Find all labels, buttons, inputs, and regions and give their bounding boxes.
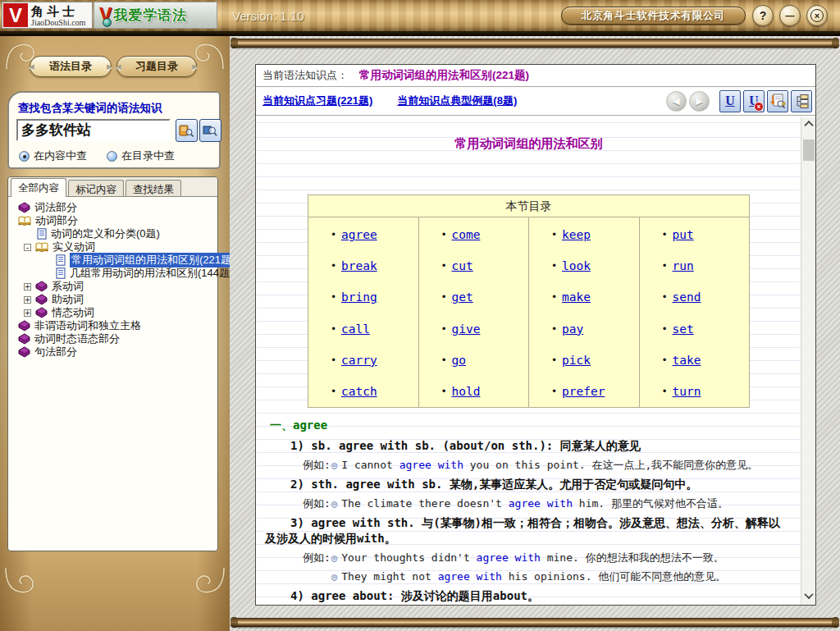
tab-查找结果[interactable]: 查找结果 <box>126 180 181 196</box>
toc-column: •come•cut•get•give•go•hold <box>418 217 529 407</box>
verb-link[interactable]: go <box>452 354 466 367</box>
example-label: 例如: <box>303 458 331 472</box>
toc-table: 本节目录 •agree•break•bring•call•carry•catch… <box>308 194 750 408</box>
close-button[interactable]: × <box>806 5 828 26</box>
tree-item[interactable]: -实义动词 <box>11 240 217 254</box>
example-line: 例如:◎Your thoughts didn't agree with mine… <box>257 551 801 565</box>
doc-search-button[interactable] <box>767 90 788 112</box>
help-icon: ? <box>760 9 767 22</box>
typical-examples-link[interactable]: 当前知识点典型例题(8题) <box>397 94 517 108</box>
grammar-rule: 4) agree about: 涉及讨论的题目用about。 <box>257 588 801 604</box>
verb-link[interactable]: break <box>341 259 377 272</box>
collapse-icon[interactable]: - <box>24 244 31 251</box>
tree-item[interactable]: 动词部分 <box>11 214 217 227</box>
outline-icon <box>794 94 810 109</box>
bullet-icon: • <box>551 291 562 303</box>
tree-item[interactable]: 句法部分 <box>11 345 217 359</box>
tree-item[interactable]: 常用动词词组的用法和区别(221题) <box>11 254 217 267</box>
links-toolbar-row: 当前知识点习题(221题) 当前知识点典型例题(8题) ◀ ▶ U Ux <box>256 87 815 116</box>
tree-item[interactable]: 动词时态语态部分 <box>11 332 217 345</box>
toc-entry: •run <box>640 250 750 281</box>
tab-标记内容[interactable]: 标记内容 <box>68 180 124 196</box>
verb-link[interactable]: make <box>562 290 591 304</box>
doc-icon <box>37 228 47 240</box>
toc-entry: •bring <box>308 281 418 313</box>
verb-link[interactable]: take <box>673 354 701 367</box>
verb-link[interactable]: get <box>452 290 473 304</box>
verb-link[interactable]: put <box>673 228 694 241</box>
doc-search-icon <box>770 94 786 109</box>
underline-on-button[interactable]: U <box>719 90 741 112</box>
tree-item[interactable]: 非谓语动词和独立主格 <box>11 319 217 332</box>
book-closed-icon <box>18 202 30 213</box>
company-button[interactable]: 北京角斗士软件技术有限公司 <box>561 7 746 25</box>
tree-item[interactable]: 动词的定义和分类(0题) <box>11 227 217 240</box>
outline-view-button[interactable] <box>791 90 812 112</box>
ornament-corner-icon <box>3 565 36 598</box>
example-rest: him. 那里的气候对他不合适。 <box>573 497 728 510</box>
forward-button[interactable]: ▶ <box>689 91 710 112</box>
verb-link[interactable]: prefer <box>562 385 605 398</box>
verb-link[interactable]: turn <box>673 385 701 398</box>
toc-entry: •get <box>419 281 529 313</box>
toc-column: •agree•break•bring•call•carry•catch <box>308 217 418 407</box>
underline-off-button[interactable]: Ux <box>743 90 765 112</box>
tree-item[interactable]: 几组常用动词的用法和区别(144题) <box>11 267 217 280</box>
sidebar: ◄ 语法目录 ► ◄ 习题目录 ► 查找包含某关键词的语法知识 在内容中查 在目… <box>0 36 230 631</box>
expand-icon[interactable]: + <box>24 296 31 304</box>
tree-item[interactable]: +系动词 <box>11 280 217 293</box>
vertical-scrollbar[interactable] <box>801 117 815 605</box>
verb-link[interactable]: bring <box>341 290 377 304</box>
verb-link[interactable]: give <box>452 322 481 336</box>
verb-link[interactable]: hold <box>452 385 481 398</box>
toc-entry: •look <box>529 250 639 281</box>
verb-link[interactable]: send <box>673 290 701 304</box>
search-input[interactable] <box>16 119 171 141</box>
minimize-icon: — <box>786 11 795 21</box>
bullet-icon: • <box>331 260 341 272</box>
verb-link[interactable]: look <box>562 259 591 272</box>
expand-icon[interactable]: + <box>24 309 31 317</box>
book-closed-icon <box>35 281 48 292</box>
verb-link[interactable]: pick <box>562 354 591 367</box>
tab-全部内容[interactable]: 全部内容 <box>11 178 66 197</box>
toc-entry: •call <box>308 313 418 345</box>
radio-search-in-directory[interactable] <box>107 151 117 162</box>
tree-item[interactable]: +助动词 <box>11 293 217 306</box>
verb-link[interactable]: set <box>673 322 694 336</box>
tree-item[interactable]: 词法部分 <box>11 201 217 214</box>
search-content-button[interactable] <box>176 119 198 142</box>
scrollbar-thumb[interactable] <box>803 139 815 161</box>
lesson-title: 常用动词词组的用法和区别 <box>257 136 801 153</box>
grammar-catalog-button[interactable]: ◄ 语法目录 ► <box>30 56 112 77</box>
verb-link[interactable]: catch <box>341 385 377 398</box>
verb-link[interactable]: run <box>673 259 694 272</box>
scroll-up-button[interactable] <box>801 120 816 133</box>
exercises-link[interactable]: 当前知识点习题(221题) <box>262 94 372 108</box>
verb-link[interactable]: cut <box>452 259 473 272</box>
minimize-button[interactable]: — <box>779 5 801 26</box>
example-rest: his opinions. 他们可能不同意他的意见。 <box>502 570 726 583</box>
back-arrow-icon: ◀ <box>673 96 679 107</box>
main-area: 当前语法知识点： 常用动词词组的用法和区别(221题) 当前知识点习题(221题… <box>230 36 840 631</box>
radio-label: 在目录中查 <box>121 149 175 163</box>
scroll-down-button[interactable] <box>801 589 816 602</box>
help-button[interactable]: ? <box>752 5 774 26</box>
verb-link[interactable]: call <box>341 322 370 336</box>
verb-link[interactable]: agree <box>341 228 377 241</box>
radio-search-in-content[interactable] <box>19 151 30 162</box>
verb-link[interactable]: carry <box>341 354 377 367</box>
toc-entry: •pay <box>529 313 639 345</box>
example-en: The climate there doesn't <box>341 497 509 510</box>
exercise-catalog-button[interactable]: ◄ 习题目录 ► <box>116 56 197 77</box>
search-directory-button[interactable] <box>199 119 221 142</box>
verb-link[interactable]: come <box>452 228 481 241</box>
globe-icon <box>103 18 112 27</box>
verb-link[interactable]: pay <box>562 322 583 336</box>
tree-item[interactable]: +情态动词 <box>11 306 217 319</box>
back-button[interactable]: ◀ <box>666 91 687 112</box>
expand-icon[interactable]: + <box>24 283 31 290</box>
tree-item-label: 几组常用动词的用法和区别(144题) <box>70 266 233 281</box>
verb-link[interactable]: keep <box>562 228 591 241</box>
bullet-icon: • <box>441 260 452 272</box>
